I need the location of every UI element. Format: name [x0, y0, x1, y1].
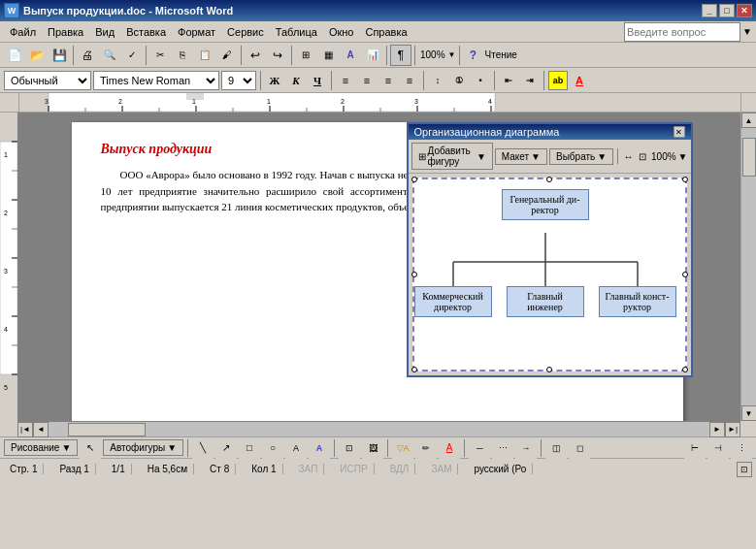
- line-style-button[interactable]: ─: [469, 437, 490, 459]
- help-search-input[interactable]: [624, 22, 740, 42]
- copy-button[interactable]: ⎘: [172, 45, 193, 66]
- org-panel-close-button[interactable]: ✕: [674, 126, 685, 138]
- org-box-center[interactable]: Главный инженер: [507, 286, 584, 317]
- numbering-button[interactable]: ①: [449, 71, 469, 90]
- redo-button[interactable]: ↪: [267, 45, 288, 66]
- bullets-button[interactable]: •: [471, 71, 490, 90]
- 3d-button[interactable]: ◻: [569, 437, 590, 459]
- arrow-style-button[interactable]: →: [515, 437, 537, 459]
- help-button[interactable]: ?: [463, 45, 484, 66]
- document-paragraph-2: Коллекция наших косметических средств по…: [101, 419, 654, 422]
- oval-tool[interactable]: ○: [262, 437, 283, 459]
- h-scroll-thumb[interactable]: [68, 423, 146, 436]
- scroll-thumb[interactable]: [742, 138, 756, 177]
- line-color-button[interactable]: ✏: [415, 437, 437, 459]
- page-end-button[interactable]: ►|: [725, 422, 740, 437]
- scroll-down-button[interactable]: ▼: [741, 405, 757, 421]
- underline-button[interactable]: Ч: [308, 71, 327, 90]
- menu-edit[interactable]: Правка: [42, 24, 89, 40]
- wordart-tool[interactable]: A: [309, 437, 330, 459]
- autoshapes-button[interactable]: Автофигуры ▼: [103, 439, 183, 456]
- word-art-button[interactable]: A: [340, 45, 361, 66]
- justify-draw[interactable]: ⋮: [731, 437, 752, 459]
- show-hide-button[interactable]: ¶: [390, 45, 411, 66]
- align-center-draw[interactable]: ⊣: [707, 437, 729, 459]
- h-scroll-track[interactable]: [49, 422, 709, 436]
- horizontal-scrollbar[interactable]: |◄ ◄ ► ►|: [17, 421, 740, 436]
- menu-tools[interactable]: Сервис: [221, 24, 270, 40]
- menu-help[interactable]: Справка: [359, 24, 412, 40]
- scroll-track[interactable]: [741, 128, 756, 405]
- save-button[interactable]: 💾: [49, 45, 70, 66]
- print-button[interactable]: 🖨: [77, 45, 98, 66]
- justify-button[interactable]: ≡: [400, 71, 419, 90]
- menu-window[interactable]: Окно: [323, 24, 360, 40]
- menu-format[interactable]: Формат: [172, 24, 221, 40]
- fill-color-button[interactable]: ▽A: [392, 437, 413, 459]
- align-left-draw[interactable]: ⊢: [684, 437, 706, 459]
- align-left-button[interactable]: ≡: [336, 71, 355, 90]
- menu-table[interactable]: Таблица: [270, 24, 323, 40]
- font-select[interactable]: Times New Roman: [93, 71, 219, 90]
- table-button[interactable]: ⊞: [295, 45, 316, 66]
- shadow-button[interactable]: ◫: [545, 437, 567, 459]
- org-box-left[interactable]: Коммерческий директор: [414, 286, 492, 317]
- decrease-indent-button[interactable]: ⇤: [499, 71, 518, 90]
- font-color-btn[interactable]: A: [439, 437, 460, 459]
- clipart-tool[interactable]: 🖼: [362, 437, 383, 459]
- diagram-tool[interactable]: ⊡: [339, 437, 360, 459]
- dash-style-button[interactable]: ⋯: [492, 437, 513, 459]
- select-objects-icon[interactable]: ↖: [80, 437, 101, 459]
- org-chart-panel[interactable]: Организационная диаграмма ✕ ⊞ Добавить ф…: [407, 122, 693, 377]
- line-tool[interactable]: ╲: [192, 437, 214, 459]
- size-select[interactable]: 9: [221, 71, 256, 90]
- rect-tool[interactable]: □: [239, 437, 260, 459]
- spellcheck-button[interactable]: ✓: [121, 45, 143, 66]
- increase-indent-button[interactable]: ⇥: [520, 71, 540, 90]
- bold-button[interactable]: Ж: [265, 71, 284, 90]
- page-next-button[interactable]: ►: [709, 422, 725, 437]
- window-controls[interactable]: _ □ ✕: [702, 4, 752, 17]
- org-box-top[interactable]: Генеральный ди­ректор: [502, 189, 589, 220]
- menu-file[interactable]: Файл: [4, 24, 42, 40]
- align-center-button[interactable]: ≡: [357, 71, 377, 90]
- org-box-right[interactable]: Главный конст­руктор: [599, 286, 676, 317]
- preview-button[interactable]: 🔍: [99, 45, 120, 66]
- close-button[interactable]: ✕: [737, 4, 752, 17]
- macro-icon[interactable]: ⊡: [737, 462, 752, 477]
- org-icon-2[interactable]: ⊡: [637, 147, 649, 165]
- highlight-button[interactable]: ab: [548, 71, 568, 90]
- chart-button[interactable]: 📊: [362, 45, 383, 66]
- arrow-tool[interactable]: ↗: [215, 437, 237, 459]
- minimize-button[interactable]: _: [702, 4, 717, 17]
- line-spacing-button[interactable]: ↕: [428, 71, 447, 90]
- vertical-scrollbar[interactable]: ▲ ▼: [740, 113, 756, 421]
- format-painter[interactable]: 🖌: [216, 45, 238, 66]
- layout-button[interactable]: Макет ▼: [495, 148, 547, 165]
- open-button[interactable]: 📂: [26, 45, 48, 66]
- add-shape-button[interactable]: ⊞ Добавить фигуру ▼: [411, 143, 493, 170]
- new-button[interactable]: 📄: [4, 45, 25, 66]
- maximize-button[interactable]: □: [719, 4, 735, 17]
- columns-button[interactable]: ▦: [317, 45, 339, 66]
- org-zoom[interactable]: 100% ▼: [651, 151, 687, 162]
- align-right-button[interactable]: ≡: [378, 71, 398, 90]
- menu-insert[interactable]: Вставка: [120, 24, 172, 40]
- page-prev-button[interactable]: ◄: [33, 422, 49, 437]
- font-color-button[interactable]: A: [570, 71, 589, 90]
- toolbar-sep-4: [291, 46, 292, 65]
- undo-button[interactable]: ↩: [245, 45, 266, 66]
- select-button[interactable]: Выбрать ▼: [549, 148, 613, 165]
- paste-button[interactable]: 📋: [194, 45, 215, 66]
- menu-view[interactable]: Вид: [89, 24, 120, 40]
- document-page[interactable]: Выпуск продукции ООО «Аврора» было основ…: [72, 122, 683, 421]
- page-start-button[interactable]: |◄: [17, 422, 33, 437]
- cut-button[interactable]: ✂: [149, 45, 171, 66]
- drawing-button[interactable]: Рисование ▼: [4, 439, 78, 456]
- italic-button[interactable]: К: [286, 71, 306, 90]
- style-select[interactable]: Обычный: [4, 71, 91, 90]
- scroll-up-button[interactable]: ▲: [741, 113, 757, 128]
- org-icon-1[interactable]: ↔: [622, 147, 635, 165]
- toolbar-sep-6: [414, 46, 415, 65]
- textbox-tool[interactable]: A: [285, 437, 307, 459]
